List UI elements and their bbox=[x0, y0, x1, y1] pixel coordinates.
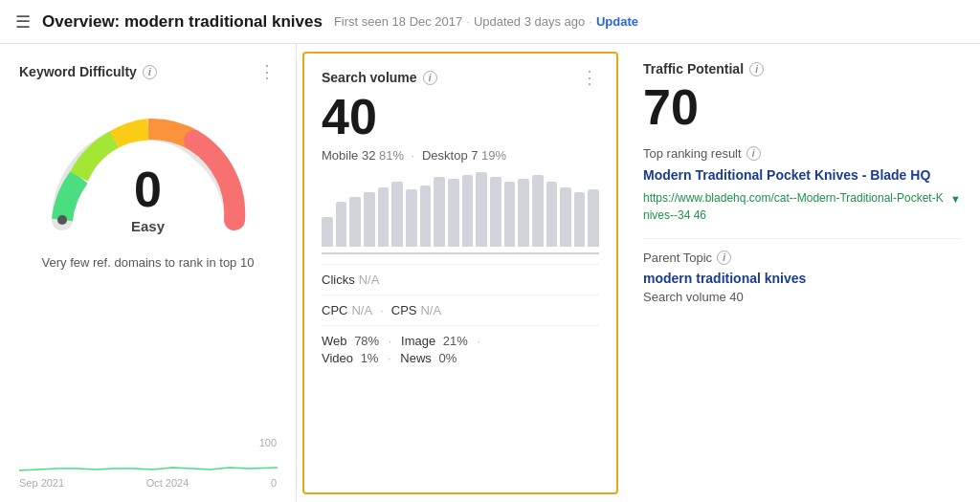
sv-dist-row-2: Video 1% · News 0% bbox=[322, 351, 599, 365]
top-ranking-text: Top ranking result bbox=[643, 146, 742, 161]
sv-cpc-label: CPC bbox=[322, 303, 347, 317]
top-result-title[interactable]: Modern Traditional Pocket Knives - Blade… bbox=[643, 166, 961, 186]
sv-value: 40 bbox=[322, 90, 599, 144]
dot-separator-1: · bbox=[466, 14, 470, 29]
bar-item bbox=[476, 172, 487, 247]
kd-sparkline-area: 100 Sep 2021 Oct 2024 0 bbox=[19, 437, 277, 489]
bar-item bbox=[532, 175, 544, 247]
svg-point-1 bbox=[57, 215, 67, 225]
kd-card-header: Keyword Difficulty i ⋮ bbox=[19, 61, 277, 82]
sv-clicks-row: Clicks N/A bbox=[322, 264, 599, 295]
sv-news-pct: 0% bbox=[438, 351, 457, 365]
bar-item bbox=[462, 175, 474, 247]
sv-cps-label: CPS bbox=[391, 303, 417, 317]
bar-item bbox=[322, 217, 333, 247]
sv-desktop-pct: 19% bbox=[481, 148, 506, 163]
search-volume-card: Search volume i ⋮ 40 Mobile 32 81% · Des… bbox=[302, 52, 618, 494]
bar-item bbox=[406, 189, 417, 247]
bar-item bbox=[574, 192, 586, 247]
bar-item bbox=[490, 177, 501, 247]
sparkline-max-label: 100 bbox=[259, 437, 277, 448]
sv-image-pct: 21% bbox=[443, 334, 468, 348]
sv-cpc-dot: · bbox=[380, 303, 384, 317]
bar-item bbox=[434, 177, 445, 247]
sv-web-label: Web bbox=[322, 334, 347, 348]
sv-cpc-value: N/A bbox=[351, 303, 372, 317]
tp-top-ranking-label: Top ranking result i bbox=[643, 146, 961, 161]
sv-card-header: Search volume i ⋮ bbox=[322, 67, 599, 88]
sv-distribution: Web 78% · Image 21% · Video 1% · News 0% bbox=[322, 325, 599, 368]
traffic-potential-card: Traffic Potential i 70 Top ranking resul… bbox=[624, 44, 980, 502]
sv-news-label: News bbox=[400, 351, 432, 365]
kd-value: 0 bbox=[134, 164, 162, 214]
sv-cps-value: N/A bbox=[420, 303, 441, 317]
chart-line bbox=[322, 252, 599, 254]
sv-web-pct: 78% bbox=[354, 334, 379, 348]
sparkline-left-label: Sep 2021 bbox=[19, 477, 64, 489]
sv-title-row: Search volume i bbox=[322, 70, 437, 85]
parent-topic-sv: Search volume 40 bbox=[643, 290, 961, 304]
bar-item bbox=[448, 179, 459, 247]
sv-desktop-count: 7 bbox=[471, 148, 478, 163]
bar-item bbox=[560, 187, 571, 247]
tp-title-row: Traffic Potential i bbox=[643, 61, 764, 76]
page-title: Overview: modern traditional knives bbox=[42, 12, 323, 32]
bar-item bbox=[336, 202, 347, 247]
url-dropdown-icon[interactable]: ▼ bbox=[950, 191, 961, 207]
first-seen-text: First seen 18 Dec 2017 bbox=[334, 14, 462, 29]
tp-parent-topic-label: Parent Topic i bbox=[643, 251, 961, 265]
main-content: Keyword Difficulty i ⋮ bbox=[0, 44, 980, 502]
parent-sv-label: Search volume bbox=[643, 290, 726, 304]
sv-dots-menu[interactable]: ⋮ bbox=[581, 67, 599, 88]
kd-gauge: 0 Easy bbox=[19, 96, 277, 244]
kd-help-icon[interactable]: i bbox=[143, 65, 157, 79]
dot-separator-2: · bbox=[589, 14, 592, 29]
bar-item bbox=[349, 197, 361, 247]
bar-item bbox=[518, 179, 529, 247]
sv-cpc-row: CPC N/A · CPS N/A bbox=[322, 295, 599, 325]
sparkline-right-label: Oct 2024 bbox=[146, 477, 189, 489]
sv-desktop-label: Desktop bbox=[422, 148, 468, 163]
header: ☰ Overview: modern traditional knives Fi… bbox=[0, 0, 980, 44]
menu-icon[interactable]: ☰ bbox=[15, 11, 31, 33]
kd-sparkline-svg bbox=[19, 437, 278, 473]
tp-divider bbox=[643, 238, 961, 239]
sv-title: Search volume bbox=[322, 70, 417, 85]
kd-label: Easy bbox=[131, 218, 165, 234]
top-result-url[interactable]: https://www.bladehq.com/cat--Modern-Trad… bbox=[643, 189, 961, 224]
sv-clicks-value: N/A bbox=[359, 273, 380, 287]
tp-help-icon[interactable]: i bbox=[749, 62, 764, 76]
sparkline-zero-label: 0 bbox=[271, 477, 277, 489]
updated-text: Updated 3 days ago bbox=[474, 14, 585, 29]
tp-card-header: Traffic Potential i bbox=[643, 61, 961, 76]
header-meta: First seen 18 Dec 2017 · Updated 3 days … bbox=[334, 14, 638, 29]
sparkline-labels: Sep 2021 Oct 2024 0 bbox=[19, 477, 277, 489]
kd-title: Keyword Difficulty bbox=[19, 64, 137, 79]
sv-bar-chart bbox=[322, 170, 599, 247]
kd-description: Very few ref. domains to rank in top 10 bbox=[19, 253, 277, 273]
bar-item bbox=[504, 182, 516, 247]
parent-topic-text: Parent Topic bbox=[643, 251, 712, 265]
bar-item bbox=[391, 182, 403, 247]
bar-item bbox=[378, 187, 390, 247]
sv-video-label: Video bbox=[322, 351, 353, 365]
sv-clicks-label: Clicks bbox=[322, 273, 355, 287]
sv-mobile-pct: 81% bbox=[379, 148, 404, 163]
tp-top-help-icon[interactable]: i bbox=[746, 146, 761, 161]
sv-dist-row-1: Web 78% · Image 21% · bbox=[322, 334, 599, 348]
sv-mobile-count: 32 bbox=[362, 148, 375, 163]
tp-parent-help-icon[interactable]: i bbox=[717, 251, 731, 265]
update-link[interactable]: Update bbox=[596, 14, 638, 29]
gauge-center: 0 Easy bbox=[131, 164, 165, 234]
parent-sv-value: 40 bbox=[729, 290, 743, 304]
sv-help-icon[interactable]: i bbox=[423, 71, 437, 85]
kd-title-row: Keyword Difficulty i bbox=[19, 64, 157, 79]
sv-image-label: Image bbox=[401, 334, 435, 348]
bar-item bbox=[588, 189, 599, 247]
sv-breakdown: Mobile 32 81% · Desktop 7 19% bbox=[322, 148, 599, 163]
kd-dots-menu[interactable]: ⋮ bbox=[258, 61, 277, 82]
top-result-url-text: https://www.bladehq.com/cat--Modern-Trad… bbox=[643, 189, 948, 224]
parent-topic-name[interactable]: modern traditional knives bbox=[643, 271, 961, 286]
bar-item bbox=[546, 182, 558, 247]
bar-item bbox=[364, 192, 375, 247]
